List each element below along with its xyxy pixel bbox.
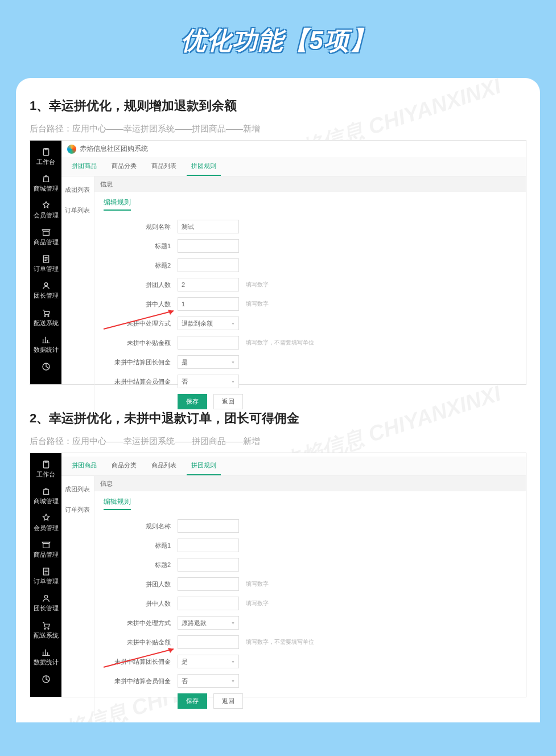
sidebar-item-order[interactable]: 订单管理 — [34, 562, 59, 589]
label-unwin-amount: 未拼中补贴金额 — [104, 339, 178, 347]
input-title1[interactable] — [178, 239, 239, 253]
tab-category[interactable]: 商品分类 — [107, 457, 141, 475]
form-panel: 信息 编辑规则 规则名称 标题1 标题2 拼团人数填写数字 拼中人数填写数字 未… — [94, 476, 526, 714]
input-rule-name[interactable] — [178, 519, 239, 533]
label-member-comm: 未拼中结算会员佣金 — [104, 677, 178, 685]
sidebar-item-label: 配送系统 — [34, 319, 59, 326]
svg-point-4 — [48, 315, 49, 317]
sidebar-item-label: 订单管理 — [34, 265, 59, 272]
input-rule-name[interactable]: 测试 — [178, 220, 239, 233]
breadcrumb-path: 后台路径：应用中心——幸运拼团系统——拼团商品——新增 — [30, 124, 526, 134]
panel-header: 信息 — [94, 176, 526, 192]
sidebar-item-stats[interactable]: 数据统计 — [34, 643, 59, 670]
label-win-count: 拼中人数 — [104, 599, 178, 608]
tab-list[interactable]: 商品列表 — [147, 157, 181, 176]
input-win-count[interactable]: 1 — [178, 297, 239, 311]
sidebar-item-goods[interactable]: 商品管理 — [34, 536, 59, 562]
sub-nav: 成团列表 订单列表 — [61, 476, 94, 714]
chevron-down-icon: ▼ — [231, 360, 235, 364]
sidebar-item-leader[interactable]: 团长管理 — [34, 277, 59, 303]
select-unwin-method[interactable]: 退款到余额▼ — [178, 317, 239, 330]
bar-icon — [42, 335, 51, 344]
sidebar-item-member[interactable]: 会员管理 — [34, 196, 59, 223]
tab-goods[interactable]: 拼团商品 — [67, 457, 101, 475]
edit-rule-crumb: 编辑规则 — [104, 497, 131, 510]
sidebar-item-goods[interactable]: 商品管理 — [34, 223, 59, 250]
sidebar-item-label: 团长管理 — [34, 605, 59, 611]
bag-icon — [42, 174, 51, 183]
section-2: 2、幸运拼优化，未拼中退款订单，团长可得佣金 后台路径：应用中心——幸运拼团系统… — [30, 410, 526, 697]
tab-category[interactable]: 商品分类 — [107, 157, 141, 176]
select-leader-comm[interactable]: 是▼ — [178, 355, 239, 369]
sidebar-item-leader[interactable]: 团长管理 — [34, 589, 59, 616]
section-1: 1、幸运拼优化，规则增加退款到余额 后台路径：应用中心——幸运拼团系统——拼团商… — [30, 97, 526, 385]
back-button[interactable]: 返回 — [213, 693, 243, 709]
hint-unwin-amount: 填写数字，不需要填写单位 — [246, 339, 314, 347]
sidebar-item-workbench[interactable]: 工作台 — [36, 143, 55, 170]
chevron-down-icon: ▼ — [231, 679, 235, 683]
sidebar-item-label: 会员管理 — [34, 524, 59, 531]
sidebar-item-order[interactable]: 订单管理 — [34, 250, 59, 277]
sidebar-item-more[interactable] — [42, 670, 51, 690]
tab-rule[interactable]: 拼团规则 — [187, 457, 221, 475]
chevron-down-icon: ▼ — [231, 322, 235, 326]
select-leader-comm[interactable]: 是▼ — [178, 655, 239, 668]
input-title1[interactable] — [178, 539, 239, 552]
input-group-count[interactable]: 2 — [178, 278, 239, 291]
sidebar-item-stats[interactable]: 数据统计 — [34, 331, 59, 358]
sidebar-item-label: 商品管理 — [34, 239, 59, 245]
subnav-orderlist[interactable]: 订单列表 — [61, 500, 94, 520]
sidebar-item-label: 工作台 — [36, 158, 55, 165]
shop-icon — [42, 540, 51, 549]
input-unwin-amount[interactable] — [178, 336, 239, 350]
clipboard-icon — [42, 147, 51, 157]
sidebar-item-label: 商城管理 — [34, 498, 59, 504]
sidebar-item-mall[interactable]: 商城管理 — [34, 482, 59, 509]
user-icon — [42, 281, 51, 290]
svg-point-10 — [44, 595, 47, 598]
select-member-comm[interactable]: 否▼ — [178, 674, 239, 688]
input-group-count[interactable] — [178, 577, 239, 591]
input-win-count[interactable] — [178, 597, 239, 610]
tab-bar: 拼团商品 商品分类 商品列表 拼团规则 — [61, 157, 526, 176]
sidebar-item-delivery[interactable]: 配送系统 — [34, 304, 59, 331]
save-button[interactable]: 保存 — [178, 394, 207, 409]
sidebar-item-label: 团长管理 — [34, 292, 59, 299]
subnav-grouplist[interactable]: 成团列表 — [61, 479, 94, 500]
tab-list[interactable]: 商品列表 — [147, 457, 181, 475]
tab-goods[interactable]: 拼团商品 — [67, 157, 101, 176]
label-title2: 标题2 — [104, 561, 178, 569]
sidebar-item-delivery[interactable]: 配送系统 — [34, 617, 59, 643]
input-title2[interactable] — [178, 258, 239, 272]
sidebar-item-more[interactable] — [42, 358, 51, 377]
select-member-comm[interactable]: 否▼ — [178, 375, 239, 388]
input-title2[interactable] — [178, 558, 239, 572]
edit-rule-crumb: 编辑规则 — [104, 198, 131, 211]
screenshot-1: 工作台 商城管理 会员管理 商品管理 订单管理 团长管理 配送系统 数据统计 赤… — [30, 140, 526, 385]
label-unwin-method: 未拼中处理方式 — [104, 619, 178, 627]
brand-bar: 赤焰信息社区团购系统 — [61, 141, 526, 157]
sidebar-item-member[interactable]: 会员管理 — [34, 509, 59, 536]
brand-text: 赤焰信息社区团购系统 — [80, 144, 148, 154]
subnav-orderlist[interactable]: 订单列表 — [61, 200, 94, 221]
back-button[interactable]: 返回 — [213, 394, 243, 409]
doc-icon — [42, 567, 51, 576]
sidebar-item-label: 商城管理 — [34, 185, 59, 192]
tab-rule[interactable]: 拼团规则 — [187, 157, 221, 176]
label-leader-comm: 未拼中结算团长佣金 — [104, 658, 178, 666]
user-icon — [42, 594, 51, 603]
input-unwin-amount[interactable] — [178, 635, 239, 649]
bag-icon — [42, 487, 51, 496]
svg-point-3 — [44, 315, 46, 317]
sidebar-item-mall[interactable]: 商城管理 — [34, 170, 59, 196]
select-unwin-method[interactable]: 原路退款▼ — [178, 616, 239, 630]
sidebar-item-workbench[interactable]: 工作台 — [36, 455, 55, 482]
label-rule-name: 规则名称 — [104, 223, 178, 231]
svg-point-11 — [44, 628, 46, 629]
save-button[interactable]: 保存 — [178, 693, 207, 709]
subnav-grouplist[interactable]: 成团列表 — [61, 180, 94, 200]
tab-bar: 拼团商品 商品分类 商品列表 拼团规则 — [61, 457, 526, 476]
sub-nav: 成团列表 订单列表 — [61, 176, 94, 415]
doc-icon — [42, 254, 51, 264]
hint-win-count: 填写数字 — [246, 300, 269, 308]
